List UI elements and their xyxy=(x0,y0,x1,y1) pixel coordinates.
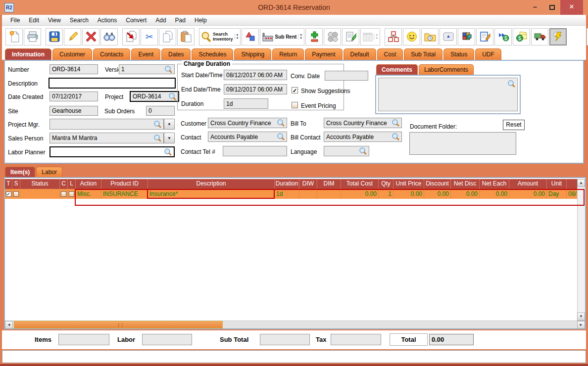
tab-customer[interactable]: Customer xyxy=(52,48,92,60)
col-description[interactable]: Description xyxy=(148,179,275,189)
maximize-button[interactable] xyxy=(544,0,559,15)
table-row[interactable]: ✓ Misc. INSURANCE Insurance* 1d 0.00 1 0… xyxy=(5,189,577,199)
start-datetime-field[interactable]: 08/12/2017 06:00 AM xyxy=(224,70,287,80)
menu-help[interactable]: Help xyxy=(190,17,211,24)
add-remove-button[interactable] xyxy=(305,28,323,46)
minimize-button[interactable]: – xyxy=(528,0,542,15)
notepad-button[interactable] xyxy=(342,28,359,46)
sales-person-search-icon[interactable] xyxy=(154,135,161,142)
tab-items[interactable]: Item(s) xyxy=(5,167,35,177)
scrollbar-thumb[interactable] xyxy=(14,321,223,328)
bill-contact-field[interactable]: Accounts Payable xyxy=(324,132,402,142)
folder-clock-button[interactable] xyxy=(421,28,439,46)
tab-status[interactable]: Status xyxy=(443,48,474,60)
tab-information[interactable]: Information xyxy=(5,48,51,60)
copy-button[interactable] xyxy=(159,28,176,46)
scroll-right-button[interactable]: ► xyxy=(577,321,585,329)
print-button[interactable] xyxy=(24,28,41,46)
contact-tel-field[interactable] xyxy=(223,146,287,156)
tab-event[interactable]: Event xyxy=(131,48,160,60)
tab-dates[interactable]: Dates xyxy=(161,48,191,60)
sales-person-field[interactable]: Mantra M Mantra xyxy=(49,133,164,143)
col-total-cost[interactable]: Total Cost xyxy=(341,179,379,189)
checkbox-unchecked[interactable] xyxy=(61,191,66,197)
scroll-up-button[interactable]: ▲ xyxy=(577,179,585,187)
menu-add[interactable]: Add xyxy=(151,17,170,24)
col-l[interactable]: L xyxy=(68,179,76,189)
date-created-field[interactable]: 07/12/2017 xyxy=(49,92,98,101)
horizontal-scrollbar[interactable]: ◄ ► xyxy=(5,320,585,328)
description-field[interactable] xyxy=(49,78,176,89)
project-mgr-field[interactable] xyxy=(49,119,164,130)
spheres-button[interactable] xyxy=(324,28,341,46)
tab-contacts[interactable]: Contacts xyxy=(93,48,130,60)
menu-convert[interactable]: Convert xyxy=(121,17,151,24)
cell-status[interactable] xyxy=(20,189,60,199)
tab-sub-total[interactable]: Sub Total xyxy=(404,48,442,60)
col-t[interactable]: T xyxy=(5,179,12,189)
tab-return[interactable]: Return xyxy=(272,48,304,60)
col-action[interactable]: Action xyxy=(76,179,101,189)
customer-search-icon[interactable] xyxy=(277,119,285,127)
checkbox-unchecked[interactable] xyxy=(69,191,74,197)
end-datetime-field[interactable]: 09/12/2017 06:00 AM xyxy=(224,84,287,94)
cubes-button[interactable] xyxy=(458,28,475,46)
edit-button[interactable] xyxy=(64,28,81,46)
menu-pad[interactable]: Pad xyxy=(171,17,190,24)
bill-to-field[interactable]: Cross Country Finance xyxy=(324,118,402,128)
col-unit[interactable]: Unit xyxy=(547,179,567,189)
number-field[interactable]: ORD-3614 xyxy=(49,64,98,74)
close-button[interactable]: ✕ xyxy=(560,0,583,15)
tab-shipping[interactable]: Shipping xyxy=(234,48,271,60)
scroll-left-button[interactable]: ◄ xyxy=(5,321,13,329)
contact-search-icon[interactable] xyxy=(277,133,285,140)
vertical-scrollbar[interactable]: ▲ ▼ xyxy=(577,179,585,320)
cell-qty[interactable]: 1 xyxy=(379,189,393,199)
checkbox-unchecked[interactable] xyxy=(13,191,19,197)
conv-date-field[interactable] xyxy=(325,71,368,81)
tab-default[interactable]: Default xyxy=(343,48,376,60)
shapes-button[interactable] xyxy=(242,28,259,46)
comments-textarea[interactable] xyxy=(378,78,518,111)
show-suggestions-checkbox[interactable]: ✓ xyxy=(292,87,298,93)
tab-cost[interactable]: Cost xyxy=(377,48,403,60)
col-net-disc[interactable]: Net Disc xyxy=(451,179,480,189)
col-qty[interactable]: Qty xyxy=(379,179,393,189)
lightning-button[interactable] xyxy=(549,28,567,46)
col-discount[interactable]: Discount xyxy=(424,179,451,189)
col-diw[interactable]: DIW xyxy=(299,179,317,189)
col-dim[interactable]: DIM xyxy=(317,179,341,189)
project-mgr-dropdown-button[interactable]: ▼ xyxy=(164,119,175,130)
tab-comments[interactable]: Comments xyxy=(376,64,418,75)
menu-view[interactable]: View xyxy=(44,17,65,24)
dollar-notes-button[interactable]: $ xyxy=(513,28,530,46)
keyboard-key-button[interactable] xyxy=(440,28,457,46)
sales-person-dropdown-button[interactable]: ▼ xyxy=(164,133,175,143)
cut-button[interactable]: ✂ xyxy=(141,28,158,46)
col-unit-price[interactable]: Unit Price xyxy=(393,179,424,189)
cell-net-each[interactable]: 0.00 xyxy=(480,189,509,199)
version-field[interactable]: 1 xyxy=(119,64,175,74)
cell-l[interactable] xyxy=(68,189,76,199)
search-inventory-button[interactable]: SearchInventory ▼▼ xyxy=(199,28,241,46)
paste-button[interactable] xyxy=(177,28,195,46)
version-search-icon[interactable] xyxy=(165,66,172,73)
save-button[interactable] xyxy=(46,28,63,46)
note-edit-button[interactable] xyxy=(476,28,493,46)
cell-date-partial[interactable]: 08/1 xyxy=(567,189,578,199)
tab-labor[interactable]: Labor xyxy=(36,167,62,177)
event-pricing-checkbox[interactable] xyxy=(292,102,298,108)
tab-payment[interactable]: Payment xyxy=(305,48,342,60)
checkbox-checked[interactable]: ✓ xyxy=(6,191,11,197)
cell-amount[interactable]: 0.00 xyxy=(509,189,547,199)
cell-description[interactable]: Insurance* xyxy=(148,189,275,199)
duration-field[interactable]: 1d xyxy=(224,98,268,109)
col-extra[interactable] xyxy=(567,179,578,189)
language-search-icon[interactable] xyxy=(359,147,367,155)
site-field[interactable]: Gearhouse xyxy=(49,106,98,116)
col-product-id[interactable]: Product ID xyxy=(101,179,148,189)
col-s[interactable]: S xyxy=(12,179,20,189)
project-mgr-search-icon[interactable] xyxy=(154,121,161,128)
col-duration[interactable]: Duration xyxy=(275,179,299,189)
copy-special-button[interactable] xyxy=(122,28,140,46)
